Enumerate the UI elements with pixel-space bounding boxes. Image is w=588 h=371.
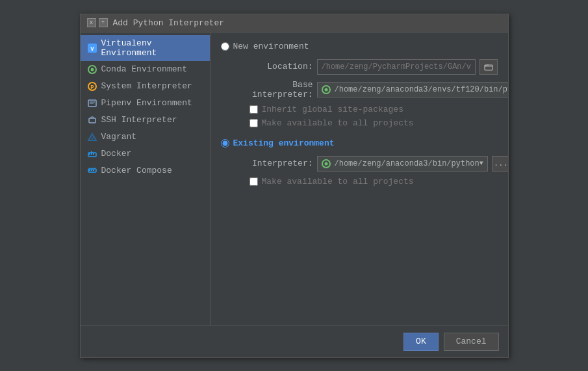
svg-rect-17: [91, 170, 92, 171]
make-available-new-row: Make available to all projects: [249, 118, 498, 128]
sidebar-label-conda: Conda Environment: [101, 64, 188, 74]
existing-environment-label[interactable]: Existing environment: [233, 138, 335, 148]
location-input[interactable]: [317, 59, 476, 75]
docker-compose-icon: [87, 166, 97, 176]
location-label: Location:: [235, 62, 313, 71]
base-interpreter-value: /home/zeng/anaconda3/envs/tf120/bin/pyth: [335, 85, 508, 94]
sidebar-item-docker[interactable]: Docker: [81, 146, 210, 162]
sidebar-item-vagrant[interactable]: V Vagrant: [81, 129, 210, 146]
main-content: New environment Location: B: [211, 32, 508, 326]
existing-environment-radio[interactable]: [221, 139, 229, 147]
make-available-existing-row: Make available to all projects: [249, 177, 498, 186]
interpreter-browse-button[interactable]: ...: [492, 156, 508, 172]
dialog-body: V Virtualenv Environment Conda Environme…: [81, 32, 508, 326]
svg-rect-16: [89, 170, 90, 171]
title-bar-controls: x +: [87, 18, 108, 27]
base-interpreter-row: Base interpreter: /home/zeng/anaconda3/e…: [235, 80, 498, 99]
interpreter-row: Interpreter: /home/zeng/anaconda3/bin/py…: [235, 156, 498, 172]
cancel-button[interactable]: Cancel: [444, 333, 499, 351]
svg-text:P: P: [90, 84, 94, 91]
make-available-new-checkbox[interactable]: [249, 119, 258, 127]
sidebar-item-virtualenv[interactable]: V Virtualenv Environment: [81, 35, 210, 61]
existing-environment-section: Existing environment Interpreter: /home/…: [221, 138, 498, 186]
svg-text:V: V: [90, 46, 94, 53]
sidebar: V Virtualenv Environment Conda Environme…: [81, 32, 211, 326]
sidebar-label-docker-compose: Docker Compose: [101, 166, 172, 175]
sidebar-item-docker-compose[interactable]: Docker Compose: [81, 162, 210, 179]
sidebar-item-pipenv[interactable]: Pipenv Environment: [81, 95, 210, 112]
svg-rect-12: [91, 153, 92, 155]
svg-rect-11: [89, 153, 90, 155]
dialog-footer: OK Cancel: [81, 326, 508, 357]
svg-rect-14: [91, 151, 92, 153]
python-icon: P: [87, 81, 97, 92]
sidebar-label-ssh: SSH Interpreter: [101, 115, 177, 125]
sidebar-label-pipenv: Pipenv Environment: [101, 98, 192, 108]
dialog-title: Add Python Interpreter: [113, 18, 225, 28]
svg-rect-18: [93, 170, 94, 171]
make-available-existing-checkbox[interactable]: [249, 177, 258, 186]
sidebar-item-conda[interactable]: Conda Environment: [81, 61, 210, 78]
new-environment-radio[interactable]: [221, 42, 229, 51]
interpreter-value: /home/zeng/anaconda3/bin/python: [335, 159, 479, 168]
pipenv-icon: [87, 98, 97, 109]
svg-rect-13: [93, 153, 94, 155]
virtualenv-icon: V: [87, 43, 97, 53]
sidebar-label-vagrant: Vagrant: [101, 132, 137, 142]
base-interpreter-dropdown[interactable]: /home/zeng/anaconda3/envs/tf120/bin/pyth…: [317, 82, 508, 97]
make-available-existing-label[interactable]: Make available to all projects: [262, 177, 414, 186]
inherit-checkbox[interactable]: [249, 105, 258, 114]
interpreter-label: Interpreter:: [235, 159, 313, 168]
sidebar-label-virtualenv: Virtualenv Environment: [101, 38, 203, 58]
sidebar-item-system[interactable]: P System Interpreter: [81, 78, 210, 95]
interpreter-icon: [322, 159, 331, 168]
inherit-checkbox-row: Inherit global site-packages: [249, 105, 498, 114]
sidebar-item-ssh[interactable]: SSH Interpreter: [81, 112, 210, 129]
base-interpreter-icon: [322, 85, 331, 94]
title-bar: x + Add Python Interpreter: [81, 14, 508, 32]
close-button[interactable]: x: [87, 18, 96, 27]
base-interpreter-label: Base interpreter:: [235, 80, 313, 99]
add-python-interpreter-dialog: x + Add Python Interpreter V Virtualenv …: [80, 14, 509, 358]
interpreter-dropdown-arrow: ▼: [479, 160, 483, 167]
ssh-icon: [87, 115, 97, 125]
location-row: Location:: [235, 59, 498, 75]
existing-environment-form: Interpreter: /home/zeng/anaconda3/bin/py…: [235, 156, 498, 186]
conda-icon: [87, 64, 97, 75]
docker-icon: [87, 149, 97, 159]
inherit-label[interactable]: Inherit global site-packages: [262, 105, 403, 114]
sidebar-label-system: System Interpreter: [101, 81, 192, 91]
svg-rect-7: [89, 118, 96, 123]
existing-environment-radio-row: Existing environment: [221, 138, 498, 148]
sidebar-label-docker: Docker: [101, 149, 132, 159]
minimize-button[interactable]: +: [99, 18, 108, 27]
new-environment-label[interactable]: New environment: [233, 42, 309, 51]
ok-button[interactable]: OK: [403, 333, 439, 351]
vagrant-icon: V: [87, 132, 97, 142]
new-environment-form: Location: Base interpreter:: [235, 59, 498, 128]
location-browse-button[interactable]: [479, 59, 498, 75]
interpreter-dropdown[interactable]: /home/zeng/anaconda3/bin/python ▼: [317, 156, 488, 172]
make-available-new-label[interactable]: Make available to all projects: [262, 118, 414, 128]
new-environment-radio-row: New environment: [221, 42, 498, 51]
